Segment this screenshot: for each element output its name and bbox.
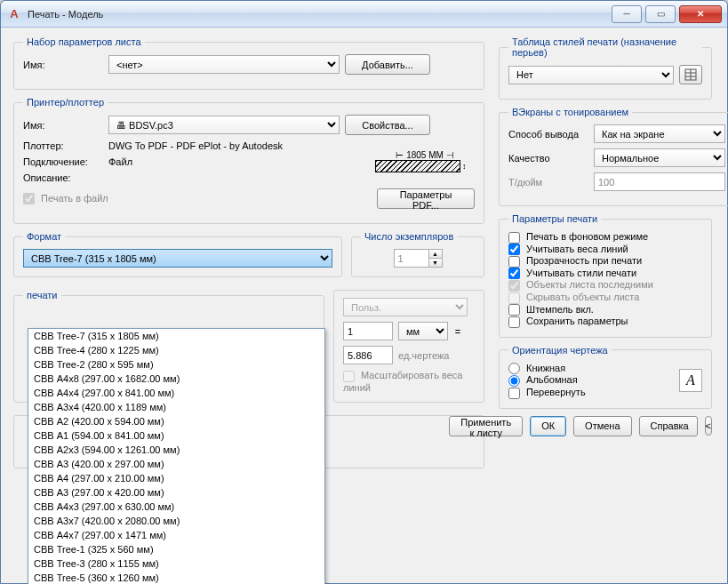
- plot-style-edit-button[interactable]: [679, 65, 702, 84]
- shade-mode-label: Способ вывода: [508, 129, 588, 140]
- printer-properties-button[interactable]: Свойства...: [345, 115, 430, 135]
- opt-transparency[interactable]: Прозрачность при печати: [508, 255, 642, 266]
- scale-units-input[interactable]: [343, 346, 393, 364]
- scale-lineweights-checkbox[interactable]: Масштабировать веса линий: [343, 370, 462, 393]
- copies-group: Число экземпляров ▲▼: [351, 231, 484, 277]
- plot-style-legend: Таблица стилей печати (назначение перьев…: [508, 36, 702, 58]
- paper-size-option[interactable]: СВВ А3х4 (420.00 x 1189 мм): [28, 400, 324, 414]
- plot-scale-group: Польз. мм = ед.чертежа Масштабировать ве…: [333, 290, 484, 403]
- paper-size-option[interactable]: СВВ Tree-2 (280 х 595 мм): [28, 357, 324, 372]
- paper-size-group: Формат СВВ Tree-7 (315 х 1805 мм): [13, 231, 342, 277]
- connection-value: Файл: [108, 156, 132, 167]
- ok-button[interactable]: ОК: [530, 416, 566, 436]
- page-setup-legend: Набор параметров листа: [23, 36, 145, 47]
- orient-upside-down[interactable]: Перевернуть: [508, 387, 586, 397]
- paper-size-option[interactable]: СВВ А1 (594.00 x 841.00 мм): [28, 428, 324, 443]
- orient-portrait[interactable]: Книжная: [508, 363, 565, 373]
- printer-legend: Принтер/плоттер: [23, 97, 108, 108]
- paper-size-option[interactable]: СВВ А4х8 (297.00 x 1682.00 мм): [28, 372, 324, 386]
- dpi-input: [594, 172, 725, 191]
- shade-quality-select[interactable]: Нормальное: [594, 148, 725, 167]
- apply-to-layout-button[interactable]: Применить к листу: [449, 416, 523, 436]
- paper-size-option[interactable]: СВВ Tree-7 (315 х 1805 мм): [28, 329, 324, 343]
- copies-legend: Число экземпляров: [361, 231, 457, 242]
- copies-spinner[interactable]: ▲▼: [429, 249, 443, 268]
- scale-units-label: ед.чертежа: [398, 350, 449, 361]
- collapse-button[interactable]: <: [705, 416, 712, 436]
- printer-name-label: Имя:: [23, 120, 103, 131]
- page-setup-name-select[interactable]: <нет>: [108, 55, 340, 74]
- paper-size-option[interactable]: СВВ А4 (297.00 x 210.00 мм): [28, 471, 324, 485]
- paper-size-option[interactable]: СВВ А4х4 (297.00 x 841.00 мм): [28, 386, 324, 400]
- pdf-options-button[interactable]: Параметры PDF...: [377, 188, 475, 209]
- opt-hide-paperspace: Скрывать объекты листа: [508, 292, 639, 302]
- plotter-value: DWG To PDF - PDF ePlot - by Autodesk: [108, 140, 283, 151]
- opt-background[interactable]: Печать в фоновом режиме: [508, 231, 648, 242]
- title-bar[interactable]: A Печать - Модель ─ ▭ ✕: [1, 1, 727, 28]
- paper-preview: ⊢ 1805 MM ⊣ ↕: [375, 150, 475, 172]
- plot-options-group: Параметры печати Печать в фоновом режиме…: [499, 213, 712, 338]
- paper-size-option[interactable]: СВВ Tree-4 (280 х 1225 мм): [28, 343, 324, 357]
- paper-size-option[interactable]: СВВ А4х7 (297.00 x 1471 мм): [28, 528, 324, 542]
- paper-size-option[interactable]: СВВ А3х7 (420.00 x 2080.00 мм): [28, 514, 324, 528]
- equals-sign: =: [453, 326, 462, 337]
- print-to-file-checkbox[interactable]: Печать в файл: [23, 193, 108, 205]
- paper-size-option[interactable]: СВВ Tree-5 (360 х 1260 мм): [28, 571, 324, 584]
- opt-plot-styles[interactable]: Учитывать стили печати: [508, 268, 636, 278]
- paper-size-option[interactable]: СВВ А2 (420.00 x 594.00 мм): [28, 414, 324, 428]
- scale-select[interactable]: Польз.: [343, 298, 468, 316]
- help-button[interactable]: Справка: [639, 416, 698, 436]
- shade-quality-label: Качество: [508, 153, 588, 164]
- connection-label: Подключение:: [23, 156, 103, 167]
- paper-size-select[interactable]: СВВ Tree-7 (315 х 1805 мм): [23, 249, 332, 268]
- plot-style-select[interactable]: Нет: [508, 66, 674, 84]
- orientation-preview-icon: A: [679, 369, 702, 392]
- shade-mode-select[interactable]: Как на экране: [594, 124, 725, 143]
- scale-num[interactable]: [343, 322, 393, 340]
- paper-size-option[interactable]: СВВ Tree-1 (325 х 560 мм): [28, 542, 324, 556]
- print-dialog-window: A Печать - Модель ─ ▭ ✕ Набор параметров…: [0, 0, 728, 584]
- paper-size-option[interactable]: СВВ А3 (420.00 x 297.00 мм): [28, 457, 324, 471]
- orient-landscape[interactable]: Альбомная: [508, 374, 578, 385]
- orientation-legend: Ориентация чертежа: [508, 345, 612, 356]
- maximize-button[interactable]: ▭: [645, 5, 676, 23]
- description-label: Описание:: [23, 172, 103, 183]
- shaded-legend: ВЭкраны с тонированием: [508, 107, 632, 117]
- cancel-button[interactable]: Отмена: [573, 416, 631, 436]
- opt-stamp[interactable]: Штемпель вкл.: [508, 304, 594, 315]
- window-title: Печать - Модель: [28, 9, 103, 20]
- paper-size-option[interactable]: СВВ А3 (297.00 x 420.00 мм): [28, 485, 324, 500]
- opt-lineweights[interactable]: Учитывать веса линий: [508, 244, 628, 254]
- minimize-button[interactable]: ─: [612, 5, 642, 23]
- plot-style-group: Таблица стилей печати (назначение перьев…: [499, 36, 712, 100]
- page-setup-name-label: Имя:: [23, 60, 103, 70]
- paper-size-option[interactable]: СВВ А4х3 (297.00 x 630.00 мм): [28, 500, 324, 514]
- copies-input[interactable]: [394, 249, 429, 268]
- opt-save-changes[interactable]: Сохранить параметры: [508, 316, 628, 326]
- orientation-group: Ориентация чертежа Книжная Альбомная Пер…: [499, 345, 712, 409]
- table-icon: [684, 68, 697, 81]
- printer-name-select[interactable]: 🖶 BDSV.pc3: [108, 116, 340, 134]
- preview-dim: 1805 MM: [406, 150, 444, 160]
- dialog-button-row: Применить к листу ОК Отмена Справка <: [499, 416, 712, 436]
- plotter-label: Плоттер:: [23, 140, 103, 151]
- printer-group: Принтер/плоттер Имя: 🖶 BDSV.pc3 Свойства…: [13, 97, 484, 224]
- add-page-setup-button[interactable]: Добавить...: [345, 54, 430, 75]
- paper-size-dropdown-list[interactable]: СВВ Tree-7 (315 х 1805 мм)СВВ Tree-4 (28…: [28, 328, 325, 584]
- close-button[interactable]: ✕: [679, 5, 722, 23]
- plot-area-legend: печати: [23, 290, 61, 300]
- page-setup-group: Набор параметров листа Имя: <нет> Добави…: [13, 36, 484, 90]
- paper-size-legend: Формат: [23, 231, 65, 242]
- paper-size-option[interactable]: СВВ Tree-3 (280 х 1155 мм): [28, 556, 324, 571]
- shaded-viewport-group: ВЭкраны с тонированием Способ вывода Как…: [499, 107, 728, 206]
- chevron-left-icon: <: [706, 420, 711, 431]
- app-icon: A: [6, 6, 22, 22]
- paper-size-option[interactable]: СВВ А2х3 (594.00 x 1261.00 мм): [28, 443, 324, 457]
- plot-options-legend: Параметры печати: [508, 213, 601, 224]
- dpi-label: Т/дюйм: [508, 177, 588, 188]
- scale-unit-select[interactable]: мм: [398, 322, 448, 340]
- opt-paperspace-last: Объекты листа последними: [508, 279, 653, 290]
